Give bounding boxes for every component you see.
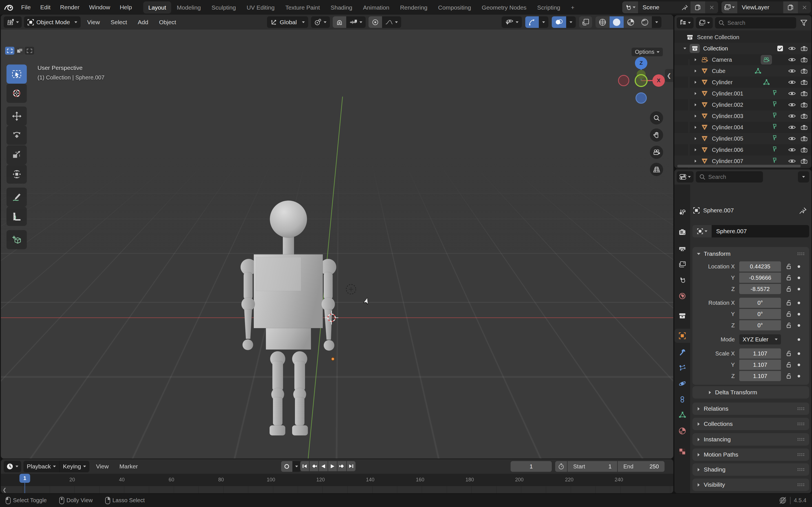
mesh-data-small-icon[interactable]	[773, 147, 776, 152]
outliner-horizontal-scrollbar[interactable]	[677, 165, 801, 167]
mesh-data-icon[interactable]	[763, 79, 770, 86]
hide-in-viewport-toggle[interactable]	[788, 159, 796, 163]
select-mode-subtract-button[interactable]	[25, 47, 34, 55]
gizmo-y-negative[interactable]	[635, 74, 648, 87]
hide-in-viewport-toggle[interactable]	[788, 114, 796, 118]
properties-editor-type-button[interactable]	[677, 171, 694, 182]
tab-rendering[interactable]: Rendering	[395, 1, 433, 13]
panel-drag-handle-icon[interactable]	[797, 468, 805, 471]
pin-icon[interactable]	[682, 4, 688, 10]
hide-in-viewport-toggle[interactable]	[788, 91, 796, 96]
shading-wireframe-button[interactable]	[596, 16, 610, 28]
lock-icon[interactable]	[786, 350, 792, 356]
menu-file[interactable]: File	[16, 0, 36, 15]
start-frame-field[interactable]: Start 1	[567, 461, 617, 472]
expand-icon[interactable]	[695, 160, 696, 163]
end-frame-field[interactable]: End 250	[618, 461, 665, 472]
panel-instancing[interactable]: Instancing	[693, 433, 809, 446]
tab-scene[interactable]	[674, 273, 690, 287]
expand-icon[interactable]	[695, 81, 696, 83]
tool-scale[interactable]	[6, 145, 27, 165]
disable-in-renders-toggle[interactable]	[801, 114, 808, 119]
outliner-row-camera[interactable]: Camera	[674, 54, 811, 65]
scene-browse-button[interactable]	[622, 1, 638, 13]
proportional-editing-toggle[interactable]	[368, 16, 382, 28]
location-y-field[interactable]: -0.59666	[739, 273, 781, 283]
panel-drag-handle-icon[interactable]	[797, 453, 805, 456]
playhead[interactable]: 1	[19, 474, 30, 483]
disable-in-renders-toggle[interactable]	[801, 68, 808, 73]
snap-toggle[interactable]	[333, 16, 346, 28]
orthographic-toggle-button[interactable]	[650, 163, 663, 176]
tab-modifiers[interactable]	[674, 345, 690, 359]
expand-icon[interactable]	[695, 58, 696, 61]
menu-add[interactable]: Add	[134, 19, 153, 25]
next-keyframe-button[interactable]	[338, 461, 346, 471]
viewport-canvas[interactable]: User Perspective (1) Collection | Sphere…	[1, 30, 673, 459]
animate-dot[interactable]	[798, 277, 800, 279]
jump-to-start-button[interactable]	[300, 461, 309, 471]
auto-keying-settings-dropdown[interactable]	[292, 461, 301, 472]
mesh-data-small-icon[interactable]	[773, 113, 776, 118]
camera-view-button[interactable]	[650, 146, 663, 159]
rotation-mode-dropdown[interactable]: XYZ Euler	[739, 334, 781, 344]
transform-orientation-dropdown[interactable]: Global	[267, 16, 308, 28]
mesh-data-icon[interactable]	[755, 68, 761, 74]
hide-in-viewport-toggle[interactable]	[788, 57, 796, 62]
expand-icon[interactable]	[695, 137, 696, 140]
mesh-data-small-icon[interactable]	[773, 135, 776, 140]
scene-name[interactable]: Scene	[638, 4, 682, 11]
tab-particles[interactable]	[674, 361, 690, 375]
pin-icon[interactable]	[800, 207, 806, 214]
outliner-editor-type-button[interactable]	[677, 17, 694, 29]
tab-object-data[interactable]	[674, 408, 690, 422]
playback-menu[interactable]: Playback	[23, 461, 59, 472]
gizmo-settings-dropdown[interactable]	[539, 16, 548, 28]
outliner-row-cylinder-004[interactable]: Cylinder.004	[674, 122, 811, 133]
tool-annotate[interactable]	[6, 187, 27, 207]
zoom-button[interactable]	[650, 111, 663, 124]
shading-solid-button[interactable]	[610, 16, 624, 28]
outliner-row-collection[interactable]: Collection	[674, 43, 811, 54]
tab-texture[interactable]	[674, 445, 690, 459]
outliner-row-cube[interactable]: Cube	[674, 65, 811, 76]
tab-render[interactable]	[674, 225, 690, 239]
tool-add-cube[interactable]	[6, 230, 27, 249]
animate-dot[interactable]	[798, 352, 800, 355]
gizmo-z-negative[interactable]	[636, 93, 647, 104]
tab-collection[interactable]	[674, 309, 690, 323]
tool-cursor[interactable]	[6, 83, 27, 103]
use-preview-range-toggle[interactable]	[555, 461, 567, 472]
tool-select-box[interactable]	[6, 64, 27, 83]
tab-modeling[interactable]: Modeling	[172, 1, 206, 13]
gizmo-z-axis[interactable]: Z	[635, 57, 647, 69]
menu-window[interactable]: Window	[84, 0, 115, 15]
checkbox-icon[interactable]	[777, 45, 783, 52]
disable-in-renders-toggle[interactable]	[801, 57, 808, 62]
outliner-filter-button[interactable]	[799, 19, 809, 26]
mesh-data-small-icon[interactable]	[773, 124, 776, 129]
view-layer-browse-button[interactable]	[721, 1, 737, 13]
tab-scripting[interactable]: Scripting	[532, 1, 565, 13]
hide-in-viewport-toggle[interactable]	[788, 80, 796, 84]
animate-dot[interactable]	[798, 338, 800, 341]
animate-dot[interactable]	[798, 265, 800, 268]
select-mode-set-button[interactable]	[5, 47, 14, 55]
menu-view[interactable]: View	[92, 463, 113, 470]
gizmo-x-axis[interactable]: X	[652, 74, 665, 87]
new-view-layer-button[interactable]	[783, 1, 798, 13]
mesh-data-small-icon[interactable]	[773, 101, 776, 107]
mode-selector[interactable]: Object Mode	[24, 16, 81, 28]
panel-drag-handle-icon[interactable]	[797, 407, 805, 410]
expand-icon[interactable]	[695, 149, 696, 151]
menu-object[interactable]: Object	[155, 19, 181, 25]
transform-panel-header[interactable]: Transform	[693, 247, 809, 261]
tab-layout[interactable]: Layout	[143, 1, 171, 13]
tab-texture-paint[interactable]: Texture Paint	[280, 1, 325, 13]
lock-icon[interactable]	[786, 275, 792, 281]
timeline-track-area[interactable]: ❮	[1, 486, 673, 493]
disable-in-renders-toggle[interactable]	[801, 102, 808, 107]
object-id-browse-button[interactable]	[693, 225, 712, 237]
lock-icon[interactable]	[786, 322, 792, 328]
camera-data-badge[interactable]	[761, 55, 772, 64]
